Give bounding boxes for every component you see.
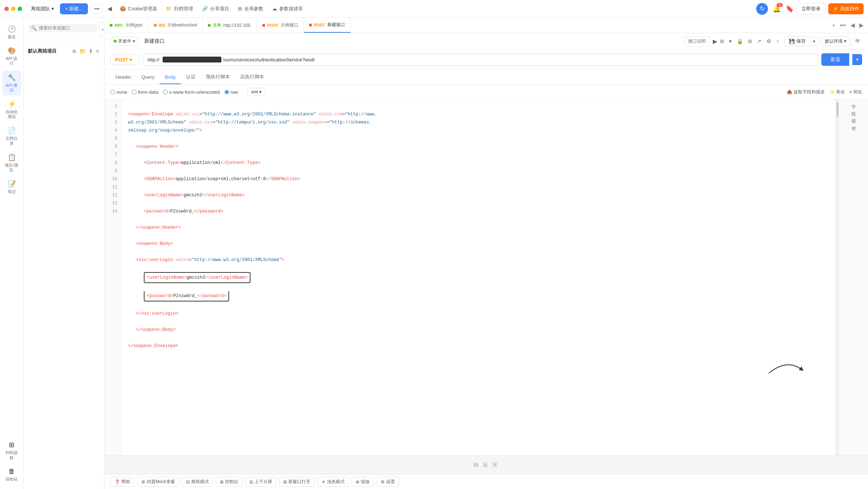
sidebar-item-auto-test[interactable]: ⚡ 自动化测试 [2, 97, 21, 122]
back-button[interactable]: ◀ [106, 4, 113, 14]
close-traffic-light[interactable] [4, 7, 9, 11]
nav-archive[interactable]: 📁 归档管理 [162, 4, 197, 14]
team-selector[interactable]: 离线团队 ▾ [28, 4, 57, 14]
tab-websocket[interactable]: WS 示例websocket [149, 18, 203, 33]
scrollbar[interactable] [836, 99, 839, 455]
send-button[interactable]: 发送 [821, 53, 849, 66]
copy-button[interactable]: ⧉ [718, 37, 726, 46]
run-button[interactable]: ▶ [713, 38, 717, 45]
radio-none-input[interactable] [110, 90, 115, 94]
url-mask [163, 57, 221, 63]
split-screen-button[interactable]: ⊟ 上下分屏 [245, 477, 276, 487]
folder-button[interactable]: 📁 [79, 47, 86, 55]
send-dropdown-button[interactable]: ▾ [852, 54, 862, 65]
url-field: http:// /uums/services/AuthenticationSer… [143, 54, 818, 66]
radio-urlencoded[interactable]: x-www-form-urlencoded [163, 89, 220, 95]
tabs-more-button[interactable]: ••• [838, 21, 847, 29]
tabs-next-button[interactable]: ▶ [858, 21, 865, 29]
radio-none-label: none [117, 89, 127, 95]
nav-share[interactable]: 🔗 分享项目 [198, 4, 233, 14]
search-input[interactable] [39, 25, 94, 31]
tab-auth[interactable]: 认证 [181, 70, 201, 85]
param-desc-icon: ☁ [272, 6, 277, 11]
add-api-button[interactable]: ⊕ [71, 47, 77, 55]
tab-grpc[interactable]: RPC 示例grpc [104, 18, 149, 33]
interface-name-input[interactable] [141, 37, 681, 46]
radio-raw[interactable]: raw [224, 89, 238, 95]
env-select[interactable]: 默认环境 ▾ [821, 36, 850, 46]
save-dropdown-button[interactable]: ▾ [811, 37, 818, 46]
light-mode-button[interactable]: ☀ 浅色模式 [317, 477, 349, 487]
status-badge[interactable]: 开发中 ▾ [110, 37, 138, 46]
sidebar-item-project-team[interactable]: 📋 项目/团队 [2, 150, 21, 175]
line-4: 4 [104, 126, 122, 135]
tab-body[interactable]: Body [160, 71, 181, 84]
new-button[interactable]: + 新建... [60, 3, 88, 14]
copy-dropdown-button[interactable]: ▾ [727, 37, 734, 46]
archive-icon: 📁 [166, 6, 172, 11]
sync-button[interactable]: ↻ [756, 3, 768, 15]
nav-param-desc[interactable]: ☁ 参数描述库 [268, 4, 307, 14]
format-select[interactable]: xml ▾ [247, 88, 266, 96]
nav-global-params[interactable]: ⊞ 全局参数 [234, 4, 267, 14]
lock-button[interactable]: 🔒 [734, 37, 745, 46]
list-button[interactable]: ≡ [95, 47, 100, 55]
notification-button[interactable]: 🔔 5 [771, 3, 783, 15]
tab-pre-script[interactable]: 预执行脚本 [201, 70, 235, 85]
bookmark-button[interactable]: 🔖 [786, 5, 794, 13]
field-label-2: 段 [851, 111, 856, 118]
share-button[interactable]: ↗ [755, 37, 764, 46]
more-button[interactable]: ••• [91, 4, 103, 14]
extract-fields-button[interactable]: 📤 提取字段和描述 [787, 89, 825, 95]
trash-icon: 🗑 [8, 468, 15, 475]
add-tab-button[interactable]: + [830, 21, 837, 29]
eye-button[interactable]: 👁 [853, 36, 862, 46]
sidebar-item-recent[interactable]: 🕐 最近 [2, 22, 21, 42]
mock-button[interactable]: ⚙ 内置Mock变量 [137, 477, 179, 487]
minimize-traffic-light[interactable] [11, 7, 15, 11]
sidebar-item-trash[interactable]: 🗑 回收站 [2, 465, 21, 485]
simplify-button[interactable]: ≡ 简化 [849, 89, 862, 95]
save-button[interactable]: 💾 保存 [784, 36, 811, 46]
settings-bottom-button[interactable]: ⚙ 设置 [377, 477, 399, 487]
export-button[interactable]: ↑ [774, 37, 781, 46]
radio-form-data-input[interactable] [132, 90, 136, 94]
tab-query[interactable]: Query [136, 71, 160, 84]
sidebar-item-notes[interactable]: 📝 笔记 [2, 177, 21, 197]
line-7: 7 [104, 151, 122, 159]
line-1: 1 [104, 102, 122, 110]
sidebar-item-api-test[interactable]: 🔧 API 调试 [2, 71, 21, 96]
simple-mode-button[interactable]: ⊟ 精简模式 [182, 477, 213, 487]
method-select[interactable]: POST ▾ [110, 54, 140, 65]
tabs-prev-button[interactable]: ◀ [849, 21, 856, 29]
efficient-button[interactable]: ⚡ 高效协作 [828, 3, 864, 14]
download-button[interactable]: ⬇ [88, 47, 94, 55]
maximize-traffic-light[interactable] [18, 7, 22, 11]
settings-button[interactable]: ⚙ [764, 37, 773, 46]
tab-post-new[interactable]: POST 新建接口 [304, 18, 351, 33]
radio-form-data[interactable]: form-data [132, 89, 159, 95]
request-tabs: Header Query Body 认证 预执行脚本 后执行脚本 [104, 70, 868, 85]
tab-text[interactable]: 文本 http://192.168. [203, 18, 257, 33]
console-button[interactable]: ⊞ 控制台 [216, 477, 242, 487]
top-bar: 离线团队 ▾ + 新建... ••• ◀ 🍪 Cookie管理器 📁 归档管理 … [0, 0, 868, 18]
help-button[interactable]: ❓ 帮助 [110, 477, 134, 487]
radio-none[interactable]: none [110, 89, 127, 95]
sidebar-item-api-design[interactable]: 🎨 API 设计 [2, 44, 21, 69]
code-content[interactable]: <soapenv:Envelope xmlns:xsi="http://www.… [122, 99, 839, 455]
scrollbar-thumb[interactable] [836, 102, 839, 117]
radio-urlencoded-input[interactable] [163, 90, 168, 94]
radio-raw-input[interactable] [224, 90, 229, 94]
tab-header[interactable]: Header [110, 71, 136, 84]
tab-post-script[interactable]: 后执行脚本 [235, 70, 269, 85]
login-button[interactable]: 立即登录 [797, 3, 825, 15]
zoom-button[interactable]: ⊕ 缩放 [352, 477, 374, 487]
new-window-button[interactable]: ⊞ 新窗口打开 [279, 477, 314, 487]
duplicate-button[interactable]: ⧉ [746, 37, 754, 46]
nav-cookie[interactable]: 🍪 Cookie管理器 [116, 4, 161, 14]
interface-desc-button[interactable]: 接口说明 [684, 36, 710, 46]
beautify-button[interactable]: ✨ 美化 [829, 89, 845, 95]
sidebar-item-scan[interactable]: ⊞ 扫码进群 [2, 438, 21, 463]
sidebar-item-doc-share[interactable]: 📄 文档分享 [2, 124, 21, 149]
tab-post-example[interactable]: POST 示例接口 [257, 18, 304, 33]
